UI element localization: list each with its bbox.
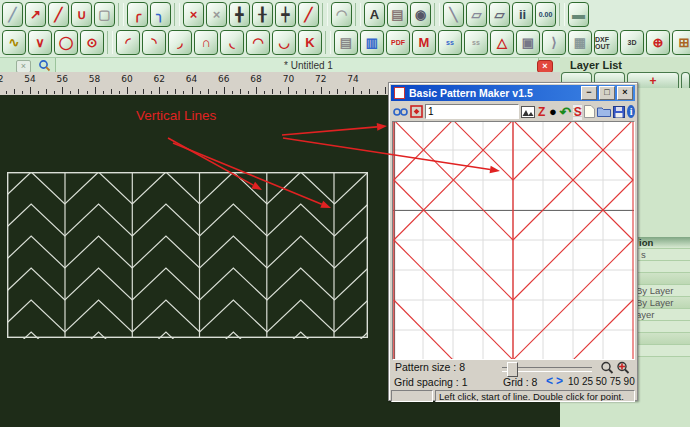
- document-tab-title: * Untitled 1: [284, 60, 333, 71]
- toolbar-separator: [355, 3, 361, 26]
- trim-red-tool[interactable]: ×: [183, 2, 204, 27]
- camera-2-tool[interactable]: ▦: [568, 30, 592, 55]
- dialog-title: Basic Pattern Maker v1.5: [409, 87, 581, 99]
- curve-k-tool[interactable]: K: [298, 30, 322, 55]
- people-pair-tool[interactable]: ii: [512, 2, 533, 27]
- ring-dot-tool[interactable]: ⊙: [80, 30, 104, 55]
- grid-increase-arrow[interactable]: >: [556, 374, 563, 388]
- magnet-snap-tool[interactable]: ∪: [71, 2, 92, 27]
- pattern-preview[interactable]: [392, 121, 635, 360]
- grid-decrease-arrow[interactable]: <: [546, 374, 553, 388]
- grid-presets[interactable]: 10 25 50 75 90: [568, 376, 635, 387]
- ruler-tick: [62, 87, 63, 94]
- ruler-tick: [377, 91, 378, 94]
- circle-dot-icon[interactable]: ●: [548, 104, 557, 120]
- dialog-titlebar[interactable]: Basic Pattern Maker v1.5 − □ ×: [391, 85, 635, 101]
- zigzag-m-tool[interactable]: M: [412, 30, 436, 55]
- image-tool[interactable]: ▤: [387, 2, 408, 27]
- image-doc-button[interactable]: ▤: [334, 30, 358, 55]
- frame-icon[interactable]: [410, 104, 423, 120]
- move-copy-2-tool[interactable]: ▱: [489, 2, 510, 27]
- import-doc-button[interactable]: ▥: [360, 30, 384, 55]
- marker-tool[interactable]: ∿: [2, 30, 26, 55]
- image-preview-icon[interactable]: [521, 104, 535, 120]
- magnifier-icon[interactable]: [38, 59, 51, 72]
- rounded-rect-tool[interactable]: ▢: [94, 2, 115, 27]
- line-tool[interactable]: ╱: [2, 2, 23, 27]
- ruler-tick: [353, 87, 354, 94]
- ruler-tick: [208, 89, 209, 94]
- bracket-tool[interactable]: ⟩: [542, 30, 566, 55]
- ruler-tick: [151, 91, 152, 94]
- info-icon[interactable]: i: [627, 105, 635, 118]
- zoom-out-icon[interactable]: [599, 360, 615, 376]
- ruler-tick: [159, 87, 160, 94]
- dimension-meter-tool[interactable]: 0.00: [535, 2, 556, 27]
- pattern-size-label: Pattern size : 8: [395, 361, 465, 373]
- arc-gray-tool[interactable]: ◠: [331, 2, 352, 27]
- arc-bottom-tool[interactable]: ◡: [272, 30, 296, 55]
- arc-ne-tool[interactable]: ◜: [116, 30, 140, 55]
- maximize-button[interactable]: □: [599, 86, 615, 100]
- intersect-plus-tool[interactable]: ╋: [229, 2, 250, 27]
- ruler-tick: [38, 91, 39, 94]
- pattern-size-slider-thumb[interactable]: [507, 362, 518, 377]
- ruler-tick: [305, 89, 306, 94]
- minimize-button[interactable]: −: [581, 86, 597, 100]
- ruler-tick: [240, 89, 241, 94]
- offset-arrow-tool[interactable]: ↗: [25, 2, 46, 27]
- point-line-tool[interactable]: ╱: [48, 2, 69, 27]
- intersect-h-tool[interactable]: ┿: [275, 2, 296, 27]
- trim-gray-tool[interactable]: ×: [206, 2, 227, 27]
- arc-nw-tool[interactable]: ◝: [142, 30, 166, 55]
- arch-tool[interactable]: ∩: [194, 30, 218, 55]
- eye-icon[interactable]: [393, 104, 408, 120]
- pattern-name-input[interactable]: [425, 104, 519, 119]
- vee-points-tool[interactable]: ∨: [28, 30, 52, 55]
- pdf-export-button[interactable]: PDF: [386, 30, 410, 55]
- ruler-tick: [224, 87, 225, 94]
- three-d-button[interactable]: 3D: [620, 30, 644, 55]
- triangle-red-tool[interactable]: △: [490, 30, 514, 55]
- toolbar-separator: [325, 31, 331, 54]
- squiggle-blue-tool[interactable]: ss: [438, 30, 462, 55]
- new-file-icon[interactable]: [584, 104, 595, 120]
- pen-tool[interactable]: ╲: [443, 2, 464, 27]
- save-icon[interactable]: [613, 104, 625, 120]
- arc-sw-tool[interactable]: ◟: [220, 30, 244, 55]
- diagonal-red-tool[interactable]: ╱: [298, 2, 319, 27]
- palette-button[interactable]: ⊞: [672, 30, 690, 55]
- ruler-tick: [337, 89, 338, 94]
- ruler-label: 72: [315, 74, 326, 84]
- zoom-in-icon[interactable]: [615, 360, 631, 376]
- ruler-tick: [111, 89, 112, 94]
- dxf-out-button[interactable]: DXF OUT: [594, 30, 618, 55]
- arc-se-tool[interactable]: ◞: [168, 30, 192, 55]
- ruler-tick: [280, 91, 281, 94]
- arc-top-tool[interactable]: ◠: [246, 30, 270, 55]
- ruler-tick: [329, 91, 330, 94]
- move-copy-tool[interactable]: ▱: [466, 2, 487, 27]
- layers-squares-tool[interactable]: ▣: [516, 30, 540, 55]
- ruler-tick: [272, 89, 273, 94]
- zigzag-icon[interactable]: Z: [537, 104, 546, 120]
- text-tool[interactable]: A: [364, 2, 385, 27]
- intersect-tee-tool[interactable]: ╂: [252, 2, 273, 27]
- ruler-label: 60: [121, 74, 132, 84]
- squiggle-gray-tool[interactable]: ss: [464, 30, 488, 55]
- target-button[interactable]: ⊕: [646, 30, 670, 55]
- roller-tool[interactable]: ▬: [568, 2, 589, 27]
- document-tab[interactable]: * Untitled 1: [55, 58, 539, 73]
- layer-panel-tab-4[interactable]: [681, 72, 690, 88]
- corner-arc-red-tool[interactable]: ╭: [127, 2, 148, 27]
- pattern-preview-drawing: [393, 122, 634, 359]
- ruler-tick: [143, 89, 144, 94]
- ruler-label: 58: [89, 74, 100, 84]
- corner-arc-blue-tool[interactable]: ╮: [150, 2, 171, 27]
- undo-icon[interactable]: ↶: [560, 104, 572, 120]
- camera-tool[interactable]: ◉: [410, 2, 431, 27]
- stamp-grid-icon[interactable]: S: [573, 104, 582, 120]
- close-button[interactable]: ×: [617, 86, 633, 100]
- open-folder-icon[interactable]: [597, 104, 611, 120]
- ring-red-tool[interactable]: ◯: [54, 30, 78, 55]
